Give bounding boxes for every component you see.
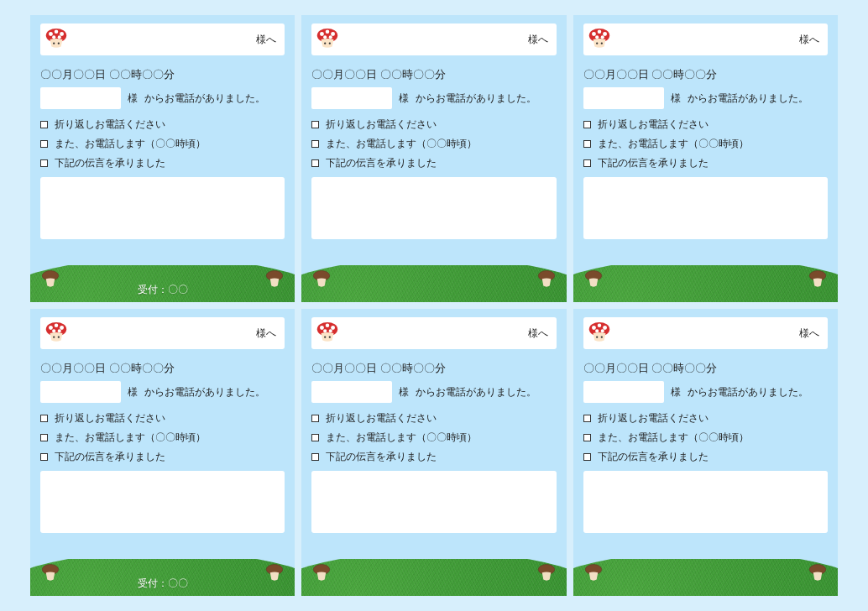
svg-point-54 <box>324 337 326 338</box>
checkbox-icon[interactable] <box>311 415 319 422</box>
check-item[interactable]: 折り返しお電話ください <box>583 411 828 426</box>
check-item[interactable]: 下記の伝言を承りました <box>40 156 285 170</box>
checkbox-icon[interactable] <box>311 453 319 461</box>
checkbox-icon[interactable] <box>40 434 48 441</box>
check-label: 下記の伝言を承りました <box>326 450 437 464</box>
memo-textarea[interactable] <box>40 471 285 533</box>
check-item[interactable]: また、お電話します（〇〇時頃） <box>40 431 285 445</box>
recipient-row: 様へ <box>40 317 285 349</box>
grass-hill-decor <box>301 559 566 596</box>
checkbox-list: 折り返しお電話ください また、お電話します（〇〇時頃） 下記の伝言を承りました <box>311 411 556 464</box>
mushroom-red-icon <box>315 321 340 346</box>
check-item[interactable]: また、お電話します（〇〇時頃） <box>311 431 556 445</box>
svg-point-67 <box>600 337 602 338</box>
recipient-suffix: 様へ <box>528 33 548 47</box>
memo-textarea[interactable] <box>311 471 556 533</box>
caller-name-field[interactable] <box>311 87 392 109</box>
caller-name-field[interactable] <box>583 381 664 403</box>
checkbox-icon[interactable] <box>311 121 319 128</box>
check-item[interactable]: また、お電話します（〇〇時頃） <box>583 137 828 151</box>
recipient-row: 様へ <box>40 24 285 55</box>
svg-point-52 <box>323 329 327 332</box>
memo-textarea[interactable] <box>311 177 556 239</box>
caller-message: からお電話がありました。 <box>144 91 265 106</box>
check-label: また、お電話します（〇〇時頃） <box>598 137 749 151</box>
check-item[interactable]: 下記の伝言を承りました <box>311 450 556 464</box>
checkbox-icon[interactable] <box>40 159 48 167</box>
check-item[interactable]: 下記の伝言を承りました <box>583 450 828 464</box>
checkbox-icon[interactable] <box>40 121 48 128</box>
check-item[interactable]: 折り返しお電話ください <box>40 118 285 132</box>
recipient-row: 様へ <box>311 24 556 55</box>
checkbox-icon[interactable] <box>311 140 319 148</box>
check-item[interactable]: 折り返しお電話ください <box>40 411 285 426</box>
reception-label: 受付：〇〇 <box>138 283 188 297</box>
mushroom-brown-icon <box>263 269 286 292</box>
mushroom-brown-icon <box>582 269 605 292</box>
caller-name-field[interactable] <box>311 381 392 403</box>
checkbox-icon[interactable] <box>583 140 591 148</box>
svg-point-28 <box>595 35 599 39</box>
caller-name-field[interactable] <box>583 87 664 109</box>
datetime-line: 〇〇月〇〇日 〇〇時〇〇分 <box>583 361 828 376</box>
grass-hill-decor: 受付：〇〇 <box>30 559 295 596</box>
memo-textarea[interactable] <box>583 177 828 239</box>
check-item[interactable]: 下記の伝言を承りました <box>583 156 828 170</box>
mushroom-brown-icon <box>535 563 558 586</box>
caller-name-field[interactable] <box>40 87 121 109</box>
svg-point-41 <box>58 329 61 332</box>
mushroom-red-icon <box>44 27 69 52</box>
svg-point-26 <box>603 32 607 36</box>
check-item[interactable]: 折り返しお電話ください <box>311 411 556 426</box>
caller-name-field[interactable] <box>40 381 121 403</box>
checkbox-icon[interactable] <box>40 453 48 461</box>
svg-point-16 <box>323 35 327 39</box>
svg-point-25 <box>592 32 596 36</box>
svg-point-6 <box>53 43 55 44</box>
checkbox-list: 折り返しお電話ください また、お電話します（〇〇時頃） 下記の伝言を承りました <box>40 118 285 170</box>
mushroom-brown-icon <box>39 269 62 292</box>
checkbox-icon[interactable] <box>583 434 591 441</box>
svg-point-18 <box>324 43 326 44</box>
memo-textarea[interactable] <box>583 471 828 533</box>
check-item[interactable]: また、お電話します（〇〇時頃） <box>40 137 285 151</box>
caller-row: 様 からお電話がありました。 <box>583 87 828 109</box>
checkbox-icon[interactable] <box>583 453 591 461</box>
check-item[interactable]: また、お電話します（〇〇時頃） <box>311 137 556 151</box>
datetime-line: 〇〇月〇〇日 〇〇時〇〇分 <box>40 361 285 376</box>
phone-memo-card: 様へ 〇〇月〇〇日 〇〇時〇〇分 様 からお電話がありました。 折り返しお電話く… <box>30 309 295 596</box>
check-label: 下記の伝言を承りました <box>598 156 709 170</box>
caller-suffix: 様 <box>399 91 409 106</box>
recipient-row: 様へ <box>583 24 828 55</box>
caller-message: からお電話がありました。 <box>144 385 265 400</box>
svg-point-5 <box>58 35 61 39</box>
mushroom-brown-icon <box>310 269 333 292</box>
svg-point-3 <box>55 29 59 34</box>
svg-point-15 <box>326 29 330 34</box>
mushroom-red-icon <box>587 27 612 52</box>
svg-point-27 <box>597 29 601 34</box>
check-item[interactable]: また、お電話します（〇〇時頃） <box>583 431 828 445</box>
caller-message: からお電話がありました。 <box>688 385 808 400</box>
checkbox-icon[interactable] <box>311 434 319 441</box>
check-item[interactable]: 下記の伝言を承りました <box>40 450 285 464</box>
checkbox-icon[interactable] <box>583 415 591 422</box>
check-item[interactable]: 折り返しお電話ください <box>311 118 556 132</box>
checkbox-icon[interactable] <box>311 159 319 167</box>
mushroom-brown-icon <box>39 563 62 586</box>
recipient-suffix: 様へ <box>799 33 819 47</box>
svg-point-1 <box>49 32 53 36</box>
caller-row: 様 からお電話がありました。 <box>311 381 556 403</box>
checkbox-icon[interactable] <box>583 159 591 167</box>
memo-textarea[interactable] <box>40 177 285 239</box>
check-label: 下記の伝言を承りました <box>55 156 165 170</box>
checkbox-icon[interactable] <box>40 415 48 422</box>
checkbox-icon[interactable] <box>583 121 591 128</box>
check-item[interactable]: 下記の伝言を承りました <box>311 156 556 170</box>
check-label: また、お電話します（〇〇時頃） <box>326 431 477 445</box>
check-item[interactable]: 折り返しお電話ください <box>583 118 828 132</box>
caller-row: 様 からお電話がありました。 <box>311 87 556 109</box>
check-label: 折り返しお電話ください <box>326 118 437 132</box>
recipient-suffix: 様へ <box>256 33 276 47</box>
checkbox-icon[interactable] <box>40 140 48 148</box>
